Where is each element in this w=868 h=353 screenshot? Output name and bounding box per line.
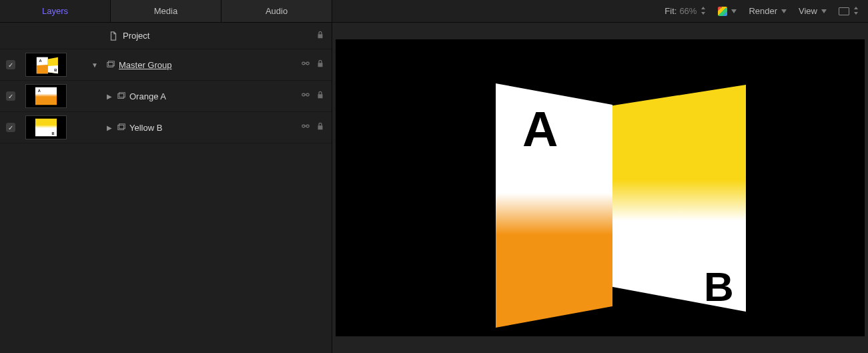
document-icon bbox=[107, 31, 120, 41]
canvas-area: Fit: 66% Render View bbox=[332, 0, 868, 353]
visibility-checkbox[interactable]: ✓ bbox=[0, 91, 21, 101]
layers-stack-icon bbox=[115, 91, 128, 101]
layer-row-yellow-b[interactable]: ✓ B ▶ bbox=[0, 112, 332, 143]
svg-text:B: B bbox=[52, 131, 55, 135]
layers-stack-icon bbox=[115, 123, 128, 132]
render-dropdown[interactable]: Render bbox=[749, 6, 787, 16]
view-label: View bbox=[799, 6, 817, 16]
stepper-icon bbox=[853, 7, 859, 16]
layer-label[interactable]: Master Group bbox=[117, 60, 301, 70]
canvas-stage: A B bbox=[336, 39, 865, 336]
viewport-inner: A B bbox=[336, 39, 865, 336]
lock-icon[interactable] bbox=[316, 30, 325, 42]
layer-row-master-group[interactable]: ✓ A B bbox=[0, 49, 332, 81]
thumbnail[interactable]: A bbox=[21, 84, 85, 108]
thumbnail[interactable]: A B bbox=[21, 53, 85, 77]
layer-row-orange-a[interactable]: ✓ A ▶ bbox=[0, 81, 332, 112]
fit-label: Fit: bbox=[665, 6, 677, 16]
svg-rect-25 bbox=[35, 125, 57, 128]
svg-marker-4 bbox=[37, 65, 48, 73]
layers-stack-icon bbox=[104, 60, 117, 69]
chevron-down-icon bbox=[731, 8, 737, 15]
tab-label: Layers bbox=[42, 6, 68, 16]
layer-label[interactable]: Orange A bbox=[128, 91, 301, 101]
disclosure-triangle[interactable]: ▶ bbox=[85, 124, 115, 131]
viewport-layout-dropdown[interactable] bbox=[839, 7, 859, 16]
lock-icon[interactable] bbox=[316, 59, 325, 71]
letter-a: A bbox=[522, 101, 558, 157]
canvas-content: A B bbox=[336, 39, 865, 336]
svg-text:A: A bbox=[39, 59, 42, 63]
canvas-toolbar: Fit: 66% Render View bbox=[332, 0, 868, 23]
project-label: Project bbox=[120, 31, 316, 41]
letter-b: B bbox=[704, 264, 734, 310]
stepper-icon bbox=[701, 7, 706, 16]
chevron-down-icon bbox=[821, 8, 827, 15]
link-icon[interactable] bbox=[301, 90, 310, 102]
disclosure-triangle[interactable]: ▼ bbox=[85, 61, 104, 69]
tab-media[interactable]: Media bbox=[111, 0, 222, 22]
disclosure-triangle[interactable]: ▶ bbox=[85, 93, 115, 100]
viewport[interactable]: A B bbox=[332, 23, 868, 353]
sidebar-tabs: Layers Media Audio bbox=[0, 0, 332, 23]
layers-sidebar: Layers Media Audio Project bbox=[0, 0, 332, 353]
layer-label[interactable]: Yellow B bbox=[128, 123, 301, 133]
link-icon[interactable] bbox=[301, 59, 310, 71]
thumbnail[interactable]: B bbox=[21, 115, 85, 139]
fit-value-label: 66% bbox=[679, 6, 697, 16]
layer-actions bbox=[301, 121, 325, 133]
tab-audio[interactable]: Audio bbox=[222, 0, 332, 22]
project-row[interactable]: Project bbox=[0, 23, 332, 49]
svg-rect-15 bbox=[35, 93, 57, 97]
svg-text:B: B bbox=[54, 68, 57, 72]
render-label: Render bbox=[749, 6, 777, 16]
chevron-down-icon bbox=[781, 8, 787, 15]
tab-label: Audio bbox=[266, 6, 288, 16]
lock-icon[interactable] bbox=[316, 90, 325, 102]
tab-layers[interactable]: Layers bbox=[0, 0, 111, 22]
app-root: Layers Media Audio Project bbox=[0, 0, 868, 353]
zoom-fit-dropdown[interactable]: Fit: 66% bbox=[665, 6, 706, 16]
visibility-checkbox[interactable]: ✓ bbox=[0, 60, 21, 69]
layer-actions bbox=[301, 90, 325, 102]
project-actions bbox=[316, 30, 325, 42]
lock-icon[interactable] bbox=[316, 121, 325, 133]
tab-label: Media bbox=[154, 6, 177, 16]
link-icon[interactable] bbox=[301, 121, 310, 133]
color-swatch-icon bbox=[718, 7, 727, 16]
view-dropdown[interactable]: View bbox=[799, 6, 827, 16]
visibility-checkbox[interactable]: ✓ bbox=[0, 123, 21, 132]
layer-actions bbox=[301, 59, 325, 71]
layers-list: Project ✓ bbox=[0, 23, 332, 353]
viewport-layout-icon bbox=[839, 7, 849, 15]
svg-text:A: A bbox=[38, 89, 41, 93]
color-channel-dropdown[interactable] bbox=[718, 7, 737, 16]
